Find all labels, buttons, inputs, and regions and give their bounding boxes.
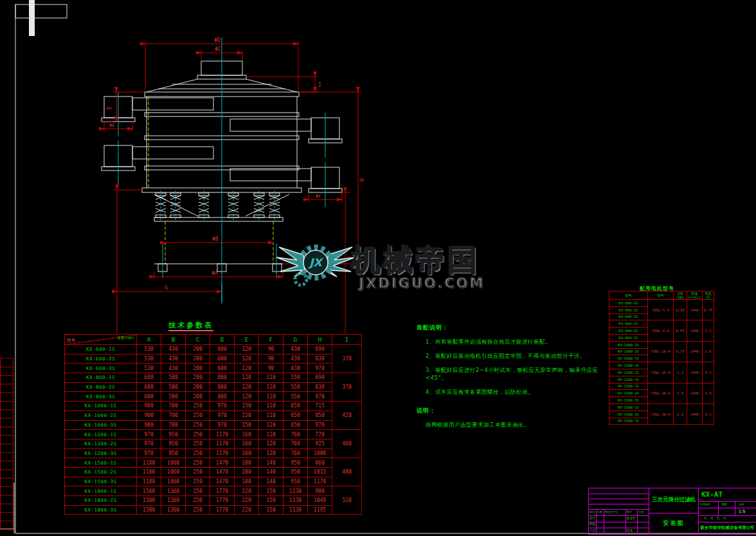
dim-label-inlet-diameter: ΦC	[215, 46, 221, 52]
motor-type-cell: YZUL-30-4	[648, 403, 674, 424]
param-cell: 650	[284, 402, 308, 411]
param-cell: 1360	[161, 505, 186, 515]
param-row: KX-1000-3S900700250970150110650970	[65, 420, 362, 430]
motor-current-cell: 2.5	[703, 362, 714, 383]
param-cell: 150	[235, 420, 259, 430]
company-name: 新乡市振华机械设备有限公司	[699, 525, 756, 531]
motor-column-header: 转速(r/min)	[687, 291, 703, 300]
outlet-duct-right-lower	[230, 169, 311, 181]
param-cell: 1195	[308, 505, 332, 515]
motor-speed-cell: 1440	[687, 300, 703, 320]
param-cell: 200	[186, 392, 210, 402]
param-cell: 950	[284, 458, 308, 468]
stage-label: 阶段标记	[700, 503, 710, 506]
param-cell: 760	[284, 439, 308, 448]
param-cell: 110	[259, 420, 284, 430]
watermark: JX 机械帝国 JXDIGUO.COM	[275, 236, 494, 297]
param-cell: 800	[210, 392, 235, 402]
param-column-header: F	[259, 335, 284, 345]
param-cell: 1180	[137, 458, 161, 468]
assembly-notes: 装配说明： 1、所有装配零件必须检验合格后才能进行装配。 2、装配好后振动电机引…	[417, 324, 616, 429]
param-cell: 970	[137, 439, 161, 448]
param-column-header: G	[284, 335, 308, 345]
param-cell: 970	[210, 402, 235, 411]
param-row: KX-1200-2S9709502501170160120760925	[65, 439, 362, 448]
param-cell: 950	[284, 467, 308, 477]
param-row: KX-1800-3S15001360250177022015011301195	[65, 505, 362, 515]
motor-column-header: 型号	[648, 291, 674, 300]
param-cell: 150	[259, 496, 284, 506]
param-column-header: H	[308, 335, 332, 345]
motor-speed-cell: 1440	[687, 362, 703, 383]
param-cell: 1170	[308, 477, 332, 486]
param-cell: 120	[235, 345, 259, 355]
param-cell: 200	[186, 373, 210, 383]
logo-gear: JX	[295, 247, 331, 285]
param-row: KX-1000-1S900700250970150110650715420	[65, 402, 362, 411]
param-cell: 1770	[210, 496, 235, 506]
sign-label: 批准	[627, 529, 633, 532]
model-cell: KX-600-2S	[65, 354, 137, 364]
motor-model-cell: KX-1500-3S	[609, 397, 648, 404]
motor-speed-cell: 1440	[687, 383, 703, 403]
param-row: KX-1800-2S15001360250177022015011301040	[65, 496, 362, 506]
param-row: KX-1200-1S9709502501170160120760770460	[65, 430, 362, 439]
param-cell: 700	[161, 402, 186, 411]
param-cell: 970	[137, 448, 161, 458]
left-partial-table	[0, 358, 14, 530]
param-cell: 430	[284, 354, 308, 364]
param-cell: 160	[235, 430, 259, 439]
spring-seat-ring	[154, 217, 283, 221]
param-cell: 970	[308, 420, 332, 430]
param-cell: 110	[259, 411, 284, 420]
param-cell: 220	[235, 486, 259, 496]
param-cell: 1500	[137, 486, 161, 496]
dim-label-spring-circle: ΦB	[212, 236, 219, 242]
weight-label: 重量	[722, 503, 727, 506]
param-cell: 250	[186, 411, 210, 420]
note-item: 4、试车后应检查各紧固螺栓，以防松动。	[426, 389, 616, 396]
params-table-title: 技术参数表	[168, 318, 213, 332]
watermark-logo: JX	[275, 237, 356, 296]
motor-current-cell: 1.8	[703, 341, 714, 362]
param-row: KX-1200-3S97095025011701601207601080	[65, 448, 362, 458]
motor-model-cell: KX-1200-1S	[609, 362, 648, 369]
param-cell: 1130	[284, 505, 308, 515]
param-cell: 800	[210, 373, 235, 383]
param-cell: 200	[186, 354, 210, 364]
outlet-duct-left-upper	[132, 98, 213, 110]
motor-type-cell: YZUL-5-4	[648, 300, 674, 320]
outlet-duct-left-lower	[132, 147, 213, 159]
param-cell: 860	[308, 458, 332, 468]
model-cell: KX-1800-2S	[65, 496, 137, 506]
param-cell: 1015	[308, 467, 332, 477]
param-cell: 90	[259, 364, 284, 373]
scale-value: 1:5	[739, 509, 745, 514]
param-cell: 550	[284, 392, 308, 402]
notes-sub-text: 筛网根据用户选型要求加工本图未画出。	[426, 421, 616, 429]
motor-type-cell: YZUL-10-4	[648, 341, 674, 362]
param-cell: 250	[186, 420, 210, 430]
watermark-brand: 机械帝国	[351, 241, 480, 281]
corner-label-model: 型号	[67, 338, 75, 344]
motor-type-cell: YZUL-15-4	[648, 362, 674, 383]
param-row: KX-1500-3S1180106025014701801409501170	[65, 477, 362, 486]
title-block: 标记 处数 更改文件号 签字 日期 设计 审核 工艺 标准化 批准 三次元筛分过…	[588, 488, 756, 535]
param-cell: 950	[161, 448, 186, 458]
param-cell: 430	[284, 364, 308, 373]
param-cell: 1060	[161, 467, 186, 477]
param-cell: 760	[284, 448, 308, 458]
param-cell: 1130	[284, 486, 308, 496]
param-cell: 1770	[210, 505, 235, 515]
dim-label-base-diameter: ΦA	[212, 270, 218, 276]
param-cell: 950	[284, 477, 308, 486]
param-row: KX-1000-2S900700250970150110650850	[65, 411, 362, 420]
rev-label: 标记	[590, 510, 595, 513]
param-column-header: B	[161, 335, 186, 345]
param-cell: 680	[137, 392, 161, 402]
param-cell: 830	[308, 354, 332, 364]
param-cell: 970	[308, 364, 332, 373]
param-column-header: E	[235, 335, 259, 345]
param-cell: 200	[186, 345, 210, 355]
param-cell: 1470	[210, 458, 235, 468]
